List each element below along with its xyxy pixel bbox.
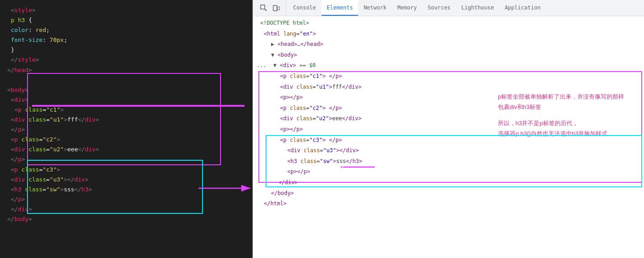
code-line: color: red; [7, 25, 245, 35]
dom-close-html[interactable]: </html> [253, 199, 644, 209]
dom-div-u1[interactable]: <div class="u1">fff</div> [255, 82, 644, 93]
dom-p-c1[interactable]: <p class="c1"> </p> [255, 71, 644, 82]
dom-ellipsis: ... ▼ <div> == $0 [253, 60, 644, 71]
dom-div-u3[interactable]: <div class="u3"></div> [255, 145, 644, 156]
code-line: </p> [7, 125, 245, 135]
svg-rect-3 [273, 5, 277, 11]
svg-rect-1 [261, 5, 265, 9]
dom-h3-sw[interactable]: <h3 class="sw">sss</h3> [255, 156, 644, 167]
dom-tree[interactable]: <!DOCTYPE html> <html lang="en"> ▶ <head… [253, 16, 644, 258]
code-line: </p> [7, 195, 245, 204]
code-line: </body> [7, 214, 245, 224]
tab-icon-group [255, 0, 286, 16]
code-line: p h3 { [7, 15, 245, 25]
dom-div-u2[interactable]: <div class="u2">eee</div> [255, 113, 644, 124]
code-line: <p class="c3"> [7, 165, 245, 175]
dom-p-empty-2[interactable]: <p></p> [255, 124, 644, 135]
svg-line-2 [265, 9, 267, 11]
tab-lighthouse[interactable]: Lighthouse [456, 0, 499, 16]
code-line: <p class="c1"> [7, 105, 245, 115]
dom-close-body[interactable]: </body> [253, 188, 644, 199]
tab-network[interactable]: Network [358, 0, 392, 16]
code-line [7, 75, 245, 85]
code-line: <h3 class="sw">sss</h3> [7, 185, 245, 195]
dom-body[interactable]: ▼ <body> [253, 50, 644, 61]
code-line: </p> [7, 154, 245, 164]
code-editor: <style> p h3 { color: red; font-size: 70… [0, 0, 253, 258]
code-line: <div class="u2">eee</div> [7, 145, 245, 154]
code-line: </head> [7, 65, 245, 75]
dom-p-c3[interactable]: <p class="c3"> </p> [255, 135, 644, 146]
dom-close-div[interactable]: </div> [253, 177, 644, 188]
code-line: <div class="u1">fff</div> [7, 115, 245, 125]
code-line: font-size: 70px; [7, 35, 245, 45]
devtools-tab-bar: Console Elements Network Memory Sources … [253, 0, 644, 16]
dom-p-c2[interactable]: <p class="c2"> </p> [255, 103, 644, 114]
dom-html[interactable]: <html lang="en"> [253, 29, 644, 40]
code-line: </div> [7, 204, 245, 214]
dom-p-empty-3[interactable]: <p></p> [255, 167, 644, 177]
inspector-icon[interactable] [258, 3, 269, 14]
dom-head[interactable]: ▶ <head>…</head> [253, 39, 644, 50]
code-line: </style> [7, 55, 245, 65]
code-line: } [7, 45, 245, 55]
code-line: <div class="u3"></div> [7, 175, 245, 185]
code-line: <p class="c2"> [7, 135, 245, 145]
code-line: <style> [7, 5, 245, 15]
devtools-panel: Console Elements Network Memory Sources … [253, 0, 644, 258]
tab-memory[interactable]: Memory [392, 0, 422, 16]
code-line: <body> [7, 85, 245, 95]
tab-sources[interactable]: Sources [422, 0, 456, 16]
dom-p-empty-1[interactable]: <p></p> [255, 92, 644, 103]
dom-doctype[interactable]: <!DOCTYPE html> [253, 18, 644, 29]
device-toggle-icon[interactable] [271, 3, 282, 14]
svg-rect-4 [277, 7, 280, 10]
tab-application[interactable]: Application [499, 0, 546, 16]
tab-elements[interactable]: Elements [322, 0, 359, 16]
code-line: <div> [7, 95, 245, 105]
tab-console[interactable]: Console [288, 0, 322, 16]
